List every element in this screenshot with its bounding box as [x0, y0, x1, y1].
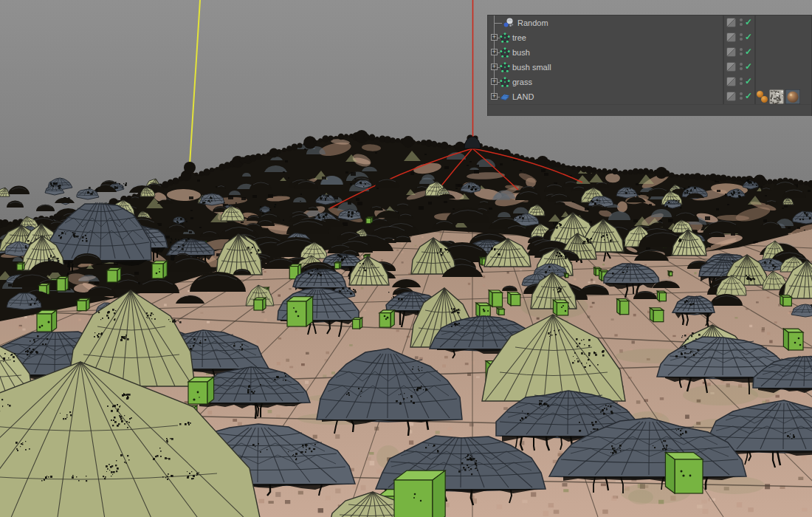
layer-swatch-icon[interactable]	[726, 62, 736, 72]
layer-swatch-icon[interactable]	[726, 77, 736, 86]
object-row-land[interactable]: + LAND ✓	[488, 89, 811, 104]
panel-footer	[488, 104, 811, 116]
layer-swatch-icon[interactable]	[726, 47, 736, 57]
enabled-check-icon[interactable]: ✓	[745, 17, 755, 27]
visibility-dots-icon[interactable]	[740, 48, 743, 57]
object-row-bush-small[interactable]: +bush small✓	[488, 60, 811, 75]
visibility-dots-icon[interactable]	[740, 92, 743, 101]
expand-plus-icon[interactable]: +	[491, 78, 498, 85]
object-row-random[interactable]: Random ✓	[488, 16, 811, 30]
polygon-object-icon	[500, 62, 510, 72]
enabled-check-icon[interactable]: ✓	[745, 47, 755, 57]
viewport-3d[interactable]: Random ✓ +tree✓+bush✓+bush small✓+grass✓…	[0, 0, 812, 517]
visibility-dots-icon[interactable]	[740, 78, 743, 86]
visibility-dots-icon[interactable]	[740, 63, 743, 72]
random-effector-icon	[503, 18, 514, 28]
object-row-grass[interactable]: +grass✓	[488, 75, 811, 89]
visibility-dots-icon[interactable]	[740, 33, 743, 42]
object-label[interactable]: tree	[512, 33, 526, 42]
plane-object-icon	[500, 92, 510, 102]
layer-swatch-icon[interactable]	[726, 18, 736, 27]
object-label[interactable]: bush small	[512, 63, 551, 72]
object-row-tree[interactable]: +tree✓	[488, 30, 811, 45]
polygon-object-icon	[500, 32, 510, 43]
polygon-object-icon	[500, 47, 510, 58]
enabled-check-icon[interactable]: ✓	[745, 76, 755, 86]
object-label[interactable]: bush	[512, 48, 530, 57]
visibility-dots-icon[interactable]	[740, 18, 743, 27]
expand-plus-icon[interactable]: +	[491, 49, 498, 55]
expand-plus-icon[interactable]: +	[491, 93, 498, 100]
enabled-check-icon[interactable]: ✓	[745, 32, 755, 42]
polygon-object-icon	[500, 77, 510, 87]
texture-thumbnail-grass[interactable]	[769, 89, 784, 104]
enabled-check-icon[interactable]: ✓	[745, 61, 755, 72]
texture-thumbnail-rock[interactable]	[785, 89, 800, 104]
object-row-bush[interactable]: +bush✓	[488, 45, 811, 60]
hierarchy-stub	[494, 23, 502, 24]
object-label[interactable]: Random	[517, 18, 548, 27]
object-label[interactable]: grass	[512, 78, 532, 86]
object-label[interactable]: LAND	[512, 92, 534, 101]
enabled-check-icon[interactable]: ✓	[745, 91, 755, 101]
layer-swatch-icon[interactable]	[726, 92, 736, 101]
expand-plus-icon[interactable]: +	[491, 34, 498, 41]
object-list: Random ✓ +tree✓+bush✓+bush small✓+grass✓…	[488, 16, 811, 104]
material-tag-icon[interactable]	[761, 96, 768, 103]
expand-plus-icon[interactable]: +	[491, 64, 498, 70]
object-manager-panel: Random ✓ +tree✓+bush✓+bush small✓+grass✓…	[487, 15, 812, 116]
layer-swatch-icon[interactable]	[726, 32, 736, 42]
